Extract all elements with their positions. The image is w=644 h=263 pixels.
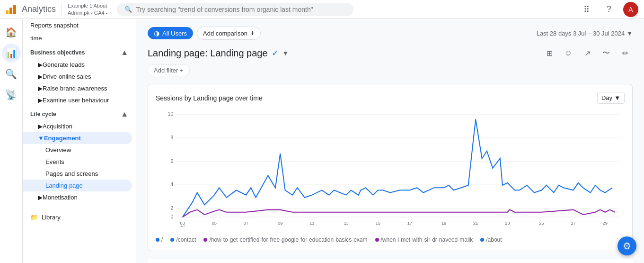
sidebar-item-drive-online-sales[interactable]: ▶ Drive online sales: [23, 71, 132, 82]
generate-leads-label: Generate leads: [43, 61, 85, 68]
reports-icon[interactable]: 📊: [2, 44, 21, 63]
logo-bar-2: [9, 8, 12, 14]
sidebar-group-lifecycle[interactable]: Life cycle ▲: [23, 106, 136, 120]
page-title-text: Landing page: Landing page: [148, 48, 268, 59]
sidebar-item-time[interactable]: time: [23, 32, 132, 45]
sidebar-item-library[interactable]: 📁 Library: [23, 211, 136, 224]
search-input[interactable]: [136, 6, 346, 13]
monetisation-label: Monetisation: [43, 194, 78, 201]
share-icon[interactable]: ↗: [580, 45, 595, 61]
all-users-chip[interactable]: ◑ All Users: [148, 27, 193, 39]
reports-snapshot-label: Reports snapshot: [30, 22, 79, 29]
filters-row: ◑ All Users Add comparison + Last 28 day…: [148, 27, 633, 40]
library-label: Library: [42, 214, 61, 221]
filter-row2: Add filter +: [148, 64, 633, 76]
chart-title: Sessions by Landing page over time: [156, 94, 263, 102]
advertising-icon[interactable]: 📡: [2, 85, 21, 104]
explore-icon[interactable]: 🔍: [2, 64, 21, 83]
legend-item-slash: /: [156, 236, 163, 243]
arrow-icon: ▶: [38, 85, 43, 92]
avatar[interactable]: A: [623, 2, 638, 17]
sidebar-item-reports-snapshot[interactable]: Reports snapshot: [23, 19, 136, 32]
logo-bar-1: [6, 10, 9, 14]
sidebar-item-acquisition[interactable]: ▶ Acquisition: [23, 120, 132, 132]
collapse-icon: ▲: [121, 48, 128, 57]
emoji-icon[interactable]: ☺: [561, 45, 576, 61]
svg-text:07: 07: [244, 221, 248, 226]
acquisition-label: Acquisition: [43, 123, 72, 130]
apps-icon[interactable]: ⠿: [578, 1, 595, 18]
legend-item-naveed: /when-i-met-with-sir-dr-naveed-malik: [375, 236, 473, 243]
arrow-icon: ▶: [38, 123, 43, 130]
svg-text:29: 29: [603, 221, 608, 226]
add-filter-button[interactable]: Add filter +: [148, 64, 190, 76]
svg-text:8: 8: [170, 135, 173, 140]
sidebar-item-monetisation[interactable]: ▶ Monetisation: [23, 191, 132, 203]
svg-text:2: 2: [170, 206, 173, 211]
title-dropdown-icon[interactable]: ▼: [282, 49, 289, 57]
legend-dot: [480, 238, 484, 242]
date-range[interactable]: Last 28 days 3 Jul – 30 Jul 2024 ▼: [537, 30, 633, 37]
sidebar-item-engagement[interactable]: ▼ Engagement: [23, 132, 132, 144]
account-line1: Example 1 About: [68, 2, 107, 9]
chart-legend: / /contact /how-to-get-certified-for-fre…: [156, 236, 625, 243]
svg-text:15: 15: [376, 221, 380, 226]
dropdown-arrow-icon: ▼: [626, 30, 633, 37]
arrow-icon: ▶: [38, 194, 43, 201]
settings-fab[interactable]: ⚙: [618, 236, 636, 255]
arrow-icon: ▶: [38, 73, 43, 80]
drive-online-sales-label: Drive online sales: [43, 73, 91, 80]
search-bar[interactable]: 🔍: [117, 3, 353, 16]
sidebar-item-examine-user-behaviour[interactable]: ▶ Examine user behaviour: [23, 94, 132, 106]
add-filter-plus-icon: +: [180, 67, 184, 74]
search-icon: 🔍: [124, 6, 132, 13]
legend-label: /contact: [176, 236, 196, 243]
add-comparison-chip[interactable]: Add comparison +: [197, 27, 261, 40]
add-filter-label: Add filter: [154, 67, 178, 74]
examine-user-behaviour-label: Examine user behaviour: [43, 97, 109, 104]
logo-bar-3: [13, 5, 16, 14]
trend-icon[interactable]: 〜: [599, 45, 614, 61]
chart-header: Sessions by Landing page over time Day ▼: [156, 92, 625, 104]
svg-text:10: 10: [168, 111, 174, 117]
arrow-icon: ▼: [38, 135, 44, 142]
day-select[interactable]: Day ▼: [597, 92, 625, 104]
overview-label: Overview: [45, 146, 71, 154]
segment-icon: ◑: [154, 29, 159, 37]
legend-item-contact: /contact: [170, 236, 196, 243]
icon-rail: 🏠 📊 🔍 📡: [0, 19, 23, 263]
legend-dot: [170, 238, 174, 242]
sidebar-item-events[interactable]: Events: [23, 156, 132, 168]
svg-text:17: 17: [407, 221, 412, 226]
edit-icon[interactable]: ✏: [618, 45, 633, 61]
chart-card: Sessions by Landing page over time Day ▼: [148, 84, 633, 251]
sidebar-item-overview[interactable]: Overview: [23, 144, 132, 156]
sidebar-item-generate-leads[interactable]: ▶ Generate leads: [23, 59, 132, 71]
chart-line-sessions: [183, 119, 612, 217]
legend-label: /about: [486, 236, 502, 243]
header-icons: ⠿ ? A: [578, 1, 638, 18]
sidebar-item-raise-brand-awareness[interactable]: ▶ Raise brand awareness: [23, 82, 132, 94]
svg-text:13: 13: [344, 221, 348, 226]
filter-chips: ◑ All Users Add comparison +: [148, 27, 261, 40]
svg-text:27: 27: [571, 221, 575, 226]
home-icon[interactable]: 🏠: [2, 23, 21, 42]
svg-text:11: 11: [309, 221, 314, 226]
compare-icon[interactable]: ⊞: [542, 45, 557, 61]
arrow-icon: ▶: [38, 61, 43, 68]
sidebar-item-pages-and-screens[interactable]: Pages and screens: [23, 168, 132, 180]
day-select-label: Day: [601, 94, 612, 101]
svg-text:Jul: Jul: [180, 225, 185, 227]
sidebar-group-business-objectives[interactable]: Business objectives ▲: [23, 45, 136, 59]
lifecycle-label: Life cycle: [30, 111, 56, 118]
app-header: Analytics Example 1 About Admin.pk - GA4…: [0, 0, 644, 19]
legend-dot: [375, 238, 379, 242]
page-title-row: Landing page: Landing page ✓ ▼ ⊞ ☺ ↗ 〜 ✏: [148, 45, 633, 61]
business-objectives-label: Business objectives: [30, 49, 85, 56]
events-label: Events: [45, 158, 64, 165]
help-icon[interactable]: ?: [600, 1, 618, 18]
sidebar-item-landing-page[interactable]: Landing page: [23, 180, 132, 191]
pages-and-screens-label: Pages and screens: [45, 170, 98, 177]
svg-text:25: 25: [539, 221, 544, 226]
date-range-label: Last 28 days 3 Jul – 30 Jul 2024: [537, 30, 625, 37]
